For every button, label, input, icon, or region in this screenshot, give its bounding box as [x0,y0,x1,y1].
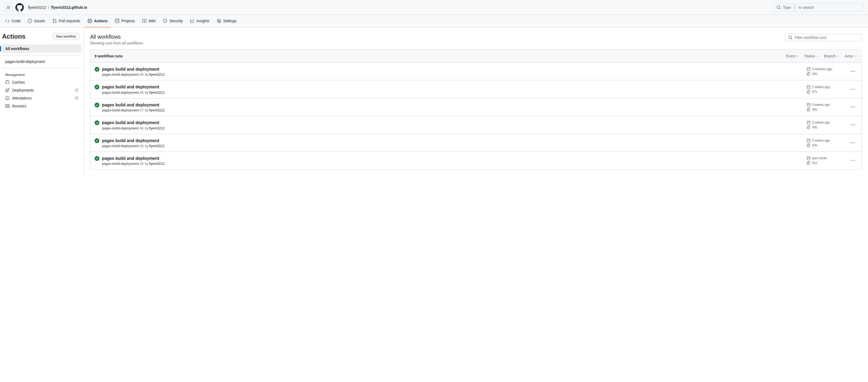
github-logo[interactable] [16,3,24,12]
breadcrumb-separator: / [48,5,49,9]
run-text: pages build and deployment pages-build-d… [102,120,164,130]
run-subtitle: pages-build-deployment #9: by flyeric021… [102,73,164,76]
filter-event[interactable]: Event [786,54,799,58]
run-menu-button[interactable] [849,120,857,129]
sidebar-item-caches[interactable]: Caches [2,78,81,86]
calendar-icon [807,139,810,142]
nav-security-label: Security [169,19,183,23]
run-menu-button[interactable] [849,103,857,111]
run-duration: 41s [807,161,839,165]
runs-list: pages build and deployment pages-build-d… [90,63,861,169]
run-author-link[interactable]: flyeric0212 [149,73,164,76]
run-row: pages build and deployment pages-build-d… [90,98,861,116]
new-workflow-button[interactable]: New workflow [53,33,79,40]
run-workflow-link[interactable]: pages-build-deployment [102,127,139,130]
run-title-link[interactable]: pages build and deployment [102,120,164,126]
run-workflow-link[interactable]: pages-build-deployment [102,91,139,95]
nav-security[interactable]: Security [160,15,186,28]
run-author-link[interactable]: flyeric0212 [149,91,164,95]
search-icon [777,5,781,9]
run-text: pages build and deployment pages-build-d… [102,155,164,166]
run-number: #7: [140,108,144,112]
stopwatch-icon [807,90,810,94]
filter-runs-input[interactable] [795,35,859,40]
shield-icon [163,19,167,23]
nav-projects[interactable]: Projects [112,15,138,28]
nav-insights[interactable]: Insights [187,15,213,28]
cache-icon [5,80,9,84]
sidebar-title: Actions [2,33,25,40]
check-circle-icon [95,156,99,161]
run-time: 3 weeks ago [807,120,839,124]
sidebar-item-workflow[interactable]: pages-build-deployment [2,58,81,66]
run-workflow-link[interactable]: pages-build-deployment [102,73,139,76]
rocket-icon [5,88,9,92]
run-by-text: by [145,73,149,76]
run-duration: 48s [807,126,839,129]
stopwatch-icon [807,126,810,129]
nav-code[interactable]: Code [2,15,24,28]
breadcrumb-owner[interactable]: flyeric0212 [28,5,46,9]
run-author-link[interactable]: flyeric0212 [149,162,164,166]
sidebar-item-all-workflows[interactable]: All workflows [2,44,81,53]
run-duration: 47s [807,90,839,94]
hamburger-button[interactable] [4,3,13,12]
run-subtitle: pages-build-deployment #4: by flyeric021… [102,162,164,166]
global-search[interactable]: Type / to search [774,3,864,12]
verified-icon [5,96,9,100]
run-left: pages build and deployment pages-build-d… [95,155,164,166]
search-icon [788,35,793,40]
run-title-link[interactable]: pages build and deployment [102,155,164,161]
sidebar-caches-label: Caches [12,80,25,84]
run-meta: 3 minutes ago 40s [807,67,839,76]
breadcrumb-repo[interactable]: flyeric0212.github.io [52,5,87,9]
caret-down-icon [816,55,819,58]
filter-actor-label: Actor [845,54,854,58]
issues-icon [28,19,32,23]
run-by-text: by [145,144,149,148]
filter-branch-label: Branch [824,54,836,58]
sidebar-divider [2,68,81,68]
run-by-text: by [145,108,149,112]
run-menu-button[interactable] [849,67,857,76]
code-icon [5,19,9,23]
nav-actions[interactable]: Actions [85,15,111,28]
run-text: pages build and deployment pages-build-d… [102,102,164,112]
run-workflow-link[interactable]: pages-build-deployment [102,108,139,112]
run-title-link[interactable]: pages build and deployment [102,66,164,72]
run-author-link[interactable]: flyeric0212 [149,144,164,148]
run-menu-button[interactable] [849,85,857,94]
sidebar-header: Actions New workflow [2,32,81,44]
run-duration: 40s [807,72,839,76]
run-author-link[interactable]: flyeric0212 [149,108,164,112]
check-circle-icon [95,138,99,143]
run-menu-button[interactable] [849,157,857,165]
filter-dropdowns: Event Status Branch Actor [786,54,857,58]
run-title-link[interactable]: pages build and deployment [102,138,164,144]
run-menu-button[interactable] [849,139,857,147]
nav-wiki[interactable]: Wiki [139,15,159,28]
nav-issues[interactable]: Issues [25,15,48,28]
sidebar-item-attestations[interactable]: Attestations [2,94,81,102]
nav-settings[interactable]: Settings [214,15,240,28]
run-workflow-link[interactable]: pages-build-deployment [102,162,139,166]
nav-pulls[interactable]: Pull requests [49,15,84,28]
sidebar-item-deployments[interactable]: Deployments [2,86,81,94]
calendar-icon [807,85,810,89]
filter-container [785,34,862,41]
run-workflow-link[interactable]: pages-build-deployment [102,144,139,148]
run-author-link[interactable]: flyeric0212 [149,127,164,130]
search-placeholder-prefix: Type [783,5,791,9]
sidebar-item-runners[interactable]: Runners [2,102,81,110]
run-number: #5: [140,144,144,148]
search-key-hint: / [793,5,797,10]
filter-actor[interactable]: Actor [845,54,857,58]
filter-branch[interactable]: Branch [824,54,839,58]
filter-status[interactable]: Status [804,54,819,58]
run-title-link[interactable]: pages build and deployment [102,102,164,108]
run-right: 3 weeks ago 43s [807,139,857,147]
run-title-link[interactable]: pages build and deployment [102,84,164,90]
nav-settings-label: Settings [223,19,237,23]
kebab-icon [851,105,855,109]
run-time: last month [807,157,839,160]
